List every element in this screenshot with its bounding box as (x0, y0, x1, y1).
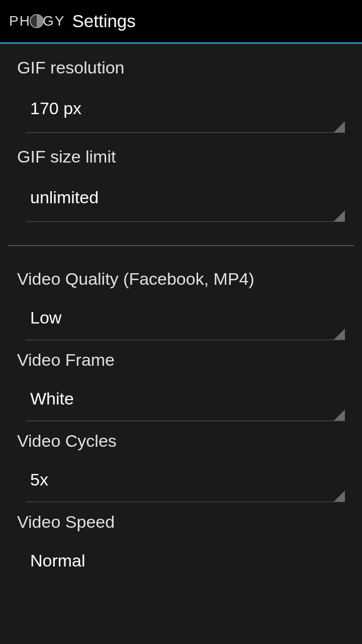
gif-size-limit-label: GIF size limit (0, 133, 362, 174)
app-logo: PHGY (9, 13, 65, 29)
video-cycles-value: 5x (30, 470, 48, 489)
video-cycles-label: Video Cycles (0, 421, 362, 458)
gif-resolution-value: 170 px (30, 99, 81, 118)
video-speed-value: Normal (30, 551, 85, 570)
video-frame-label: Video Frame (0, 340, 362, 377)
gif-size-limit-spinner[interactable]: unlimited (26, 174, 345, 222)
video-quality-spinner[interactable]: Low (26, 296, 345, 340)
section-divider (8, 245, 354, 246)
video-cycles-spinner[interactable]: 5x (26, 458, 345, 502)
video-frame-spinner[interactable]: White (26, 377, 345, 421)
gif-size-limit-value: unlimited (30, 188, 99, 207)
video-speed-label: Video Speed (0, 502, 362, 539)
gif-resolution-label: GIF resolution (0, 44, 362, 85)
gif-resolution-spinner[interactable]: 170 px (26, 85, 345, 133)
page-title: Settings (72, 11, 135, 31)
logo-circle-icon (30, 14, 44, 28)
app-header: PHGY Settings (0, 0, 362, 42)
video-quality-label: Video Quality (Facebook, MP4) (0, 269, 362, 296)
video-quality-value: Low (30, 308, 61, 327)
video-speed-spinner[interactable]: Normal (0, 539, 362, 571)
settings-content: GIF resolution 170 px GIF size limit unl… (0, 44, 362, 571)
video-frame-value: White (30, 389, 74, 408)
